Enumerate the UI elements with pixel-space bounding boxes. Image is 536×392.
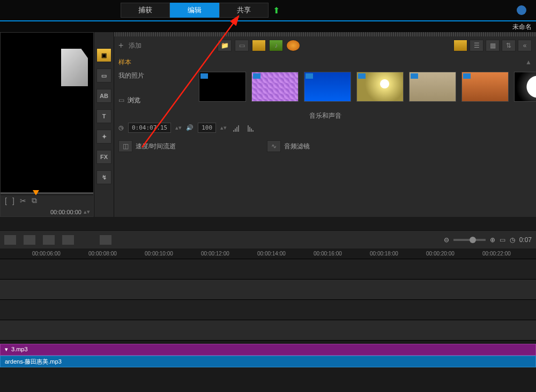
view-list-icon[interactable]: ☰: [470, 40, 483, 51]
thumb-2[interactable]: [251, 72, 299, 102]
graphic-tool-icon[interactable]: ✦: [96, 130, 111, 144]
mark-out-icon[interactable]: ]: [12, 197, 14, 205]
video-track[interactable]: [0, 259, 536, 280]
thumb-6[interactable]: [461, 72, 509, 102]
fade-in-icon[interactable]: [233, 124, 239, 132]
transition-tool-icon[interactable]: ▭: [96, 69, 111, 82]
title-track[interactable]: [0, 300, 536, 320]
audio-filter-icon[interactable]: ♪: [269, 40, 283, 51]
video-filter-icon[interactable]: ▭: [235, 40, 249, 51]
ruler-mark: 00:00:18:00: [370, 251, 398, 257]
image-filter-icon[interactable]: [252, 40, 266, 51]
clock-icon[interactable]: ◷: [118, 124, 124, 131]
view-thumb-icon[interactable]: [453, 40, 467, 51]
thumb-7[interactable]: [514, 72, 536, 102]
speed-icon: ◫: [118, 140, 132, 152]
playhead-slider[interactable]: [1, 192, 93, 194]
split-icon[interactable]: ⧉: [32, 196, 37, 205]
thumb-1[interactable]: [199, 72, 246, 102]
fade-out-icon[interactable]: [248, 124, 254, 132]
thumbnail-row: [195, 70, 536, 104]
ruler-mark: 00:00:12:00: [201, 251, 229, 257]
tab-capture[interactable]: 捕获: [121, 3, 170, 18]
ruler-mark: 00:00:14:00: [257, 251, 286, 257]
browse-icon[interactable]: ▭: [118, 96, 124, 104]
add-label: 添加: [129, 41, 142, 50]
title-tool-ab[interactable]: AB: [96, 89, 111, 103]
zoom-in-icon[interactable]: ⊕: [490, 236, 495, 244]
preview-controls: [ ] ✂ ⧉ 00:00:00:00 ▴▾: [1, 195, 93, 216]
browse-label[interactable]: 浏览: [128, 96, 140, 105]
mode-tabs: 捕获 编辑 共享: [121, 3, 269, 18]
media-tool-icon[interactable]: ▣: [96, 48, 111, 62]
ruler-mark: 00:00:08:00: [88, 251, 117, 257]
fit-icon[interactable]: ▭: [500, 236, 505, 244]
thumb-5[interactable]: [409, 72, 456, 102]
filter-icon: ∿: [267, 140, 281, 152]
ruler-mark: 00:00:16:00: [314, 251, 342, 257]
timeline-toolbar: ⊖ ⊕ ▭ ◷ 0:07: [0, 230, 536, 248]
globe-icon[interactable]: [517, 5, 526, 15]
clock2-icon[interactable]: ◷: [510, 236, 515, 244]
panel-grip[interactable]: [114, 32, 536, 36]
top-bar: 捕获 编辑 共享 ⬆: [0, 0, 536, 21]
timeline-tracks: ▾3.mp3 ardens-藤田惠美.mp3: [0, 259, 536, 367]
folder-list: 样本 ▲: [114, 55, 536, 70]
ruler-mark: 00:00:20:00: [426, 251, 455, 257]
thumb-3[interactable]: [304, 72, 351, 102]
fx-tool[interactable]: FX: [96, 150, 111, 164]
speed-time-button[interactable]: ◫ 速度/时间流逝: [118, 140, 176, 152]
project-title: 未命名: [0, 21, 536, 32]
volume-icon[interactable]: 🔊: [186, 124, 193, 131]
sort-icon[interactable]: ⇅: [502, 40, 516, 51]
mark-in-icon[interactable]: [: [5, 197, 7, 205]
tc-stepper-icon[interactable]: ▴▾: [175, 124, 182, 131]
time-ruler[interactable]: 00:00:06:00 00:00:08:00 00:00:10:00 00:0…: [0, 248, 536, 259]
zoom-slider[interactable]: [453, 239, 486, 241]
zoom-out-icon[interactable]: ⊖: [444, 236, 449, 244]
media-panel: + 添加 📁 ▭ ♪ ☰ ▦ ⇅ « 样本 ▲ 我的照片 ▭ 浏览: [114, 32, 536, 217]
disc-filter-icon[interactable]: [286, 40, 300, 51]
upload-icon[interactable]: ⬆: [273, 5, 280, 16]
collapse-icon[interactable]: «: [518, 40, 532, 51]
scroll-up-icon[interactable]: ▲: [525, 58, 532, 66]
music-file-icon: [61, 49, 88, 86]
ruler-mark: 00:00:10:00: [145, 251, 173, 257]
timecode-stepper-icon[interactable]: ▴▾: [84, 208, 90, 215]
tab-share[interactable]: 共享: [219, 3, 269, 18]
tab-edit[interactable]: 编辑: [170, 3, 219, 18]
voice-track[interactable]: [0, 320, 536, 341]
tl-tool-1-icon[interactable]: [4, 235, 16, 245]
thumb-4[interactable]: [356, 72, 404, 102]
audio-clip-1[interactable]: ▾3.mp3: [0, 344, 536, 356]
folder-icon[interactable]: 📁: [218, 40, 232, 51]
folder-myphotos[interactable]: 我的照片: [118, 71, 144, 80]
preview-monitor: [ ] ✂ ⧉ 00:00:00:00 ▴▾: [0, 32, 94, 217]
ruler-mark: 00:00:06:00: [32, 251, 61, 257]
audio-filter-button[interactable]: ∿ 音频滤镜: [267, 140, 310, 152]
tl-tool-5-icon[interactable]: [100, 235, 111, 245]
audio-clip-2[interactable]: ardens-藤田惠美.mp3: [0, 356, 536, 367]
tool-column: ▣ ▭ AB T ✦ FX ↯: [94, 32, 114, 217]
folder-sample[interactable]: 样本: [118, 58, 131, 67]
duration-field[interactable]: 0:04:07.15: [128, 123, 171, 133]
tl-tool-2-icon[interactable]: [24, 235, 35, 245]
zoom-timecode: 0:07: [519, 236, 532, 244]
workspace: [ ] ✂ ⧉ 00:00:00:00 ▴▾ ▣ ▭ AB T ✦ FX ↯ +…: [0, 32, 536, 217]
ruler-mark: 00:00:22:00: [482, 251, 511, 257]
text-tool[interactable]: T: [96, 109, 111, 123]
add-icon[interactable]: +: [118, 41, 123, 50]
tl-tool-4-icon[interactable]: [62, 235, 74, 245]
view-grid-icon[interactable]: ▦: [486, 40, 500, 51]
cut-icon[interactable]: ✂: [20, 197, 26, 205]
panel-toolbar: + 添加 📁 ▭ ♪ ☰ ▦ ⇅ «: [114, 36, 536, 55]
preview-timecode: 00:00:00:00: [50, 209, 81, 215]
overlay-track[interactable]: [0, 280, 536, 300]
path-tool-icon[interactable]: ↯: [96, 170, 111, 184]
vol-stepper-icon[interactable]: ▴▾: [220, 124, 227, 131]
tl-tool-3-icon[interactable]: [43, 235, 55, 245]
volume-field[interactable]: 100: [198, 123, 216, 133]
